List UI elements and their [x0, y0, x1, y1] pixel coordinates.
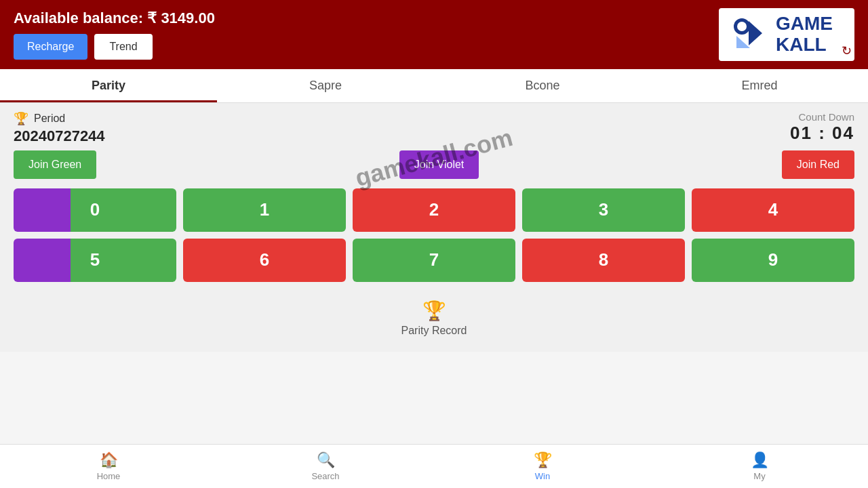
number-cell-5[interactable]: 5: [14, 239, 176, 282]
tab-bcone[interactable]: Bcone: [434, 69, 651, 102]
balance-text: Available balance: ₹ 3149.00: [14, 9, 215, 27]
svg-point-1: [737, 22, 747, 31]
number-cell-6[interactable]: 6: [183, 239, 346, 282]
header: Available balance: ₹ 3149.00 Recharge Tr…: [0, 0, 868, 69]
svg-marker-2: [749, 21, 762, 45]
refresh-icon[interactable]: ↻: [842, 43, 852, 58]
bottom-nav: 🏠 Home 🔍 Search 🏆 Win 👤 My: [0, 444, 868, 488]
nav-win[interactable]: 🏆 Win: [434, 445, 651, 488]
main-content: gamekall.com 🏆 Period 20240727244 Count …: [0, 103, 868, 352]
countdown-label: Count Down: [790, 111, 854, 123]
number-cell-7[interactable]: 7: [353, 239, 515, 282]
period-row: 🏆 Period 20240727244 Count Down 01 : 04: [14, 111, 854, 145]
nav-my-label: My: [753, 471, 765, 481]
number-cell-4[interactable]: 4: [692, 188, 854, 232]
win-icon: 🏆: [534, 451, 552, 469]
tab-emred[interactable]: Emred: [651, 69, 868, 102]
number-cell-9[interactable]: 9: [692, 239, 854, 282]
period-id: 20240727244: [14, 127, 105, 145]
logo-text: GAME KALL: [776, 14, 833, 56]
nav-home[interactable]: 🏠 Home: [0, 445, 217, 488]
countdown-section: Count Down 01 : 04: [790, 111, 854, 144]
number-grid: 0 1 2 3 4 5 6 7 8 9: [14, 188, 854, 282]
trophy-icon: 🏆: [14, 111, 28, 126]
search-icon: 🔍: [317, 451, 335, 469]
countdown-time: 01 : 04: [790, 123, 854, 144]
period-label: 🏆 Period: [14, 111, 105, 126]
join-violet-button[interactable]: Join Violet: [399, 150, 479, 179]
parity-record-icon: 🏆: [422, 300, 446, 322]
number-cell-2[interactable]: 2: [353, 188, 515, 232]
number-cell-0[interactable]: 0: [14, 188, 176, 232]
trend-button[interactable]: Trend: [94, 34, 152, 60]
nav-my[interactable]: 👤 My: [651, 445, 868, 488]
join-green-button[interactable]: Join Green: [14, 150, 96, 179]
number-cell-1[interactable]: 1: [183, 188, 346, 232]
my-icon: 👤: [751, 451, 769, 469]
join-red-button[interactable]: Join Red: [782, 150, 854, 179]
period-section: 🏆 Period 20240727244: [14, 111, 105, 145]
recharge-button[interactable]: Recharge: [14, 34, 87, 60]
nav-home-label: Home: [97, 471, 121, 481]
parity-record-text: Parity Record: [401, 325, 467, 337]
tab-sapre[interactable]: Sapre: [217, 69, 434, 102]
svg-marker-3: [736, 36, 750, 48]
nav-search-label: Search: [311, 471, 339, 481]
tabs: Parity Sapre Bcone Emred: [0, 69, 868, 103]
number-cell-3[interactable]: 3: [522, 188, 685, 232]
nav-search[interactable]: 🔍 Search: [217, 445, 434, 488]
parity-record: 🏆 Parity Record: [14, 293, 854, 344]
tab-parity[interactable]: Parity: [0, 69, 217, 102]
join-row: Join Green Join Violet Join Red: [14, 150, 854, 179]
logo-icon: [730, 14, 770, 55]
home-icon: 🏠: [100, 451, 118, 469]
number-cell-8[interactable]: 8: [522, 239, 685, 282]
header-buttons: Recharge Trend: [14, 34, 215, 60]
nav-win-label: Win: [535, 471, 550, 481]
header-left: Available balance: ₹ 3149.00 Recharge Tr…: [14, 9, 215, 60]
logo-container: GAME KALL ↻: [719, 8, 854, 61]
period-text: Period: [34, 113, 65, 125]
